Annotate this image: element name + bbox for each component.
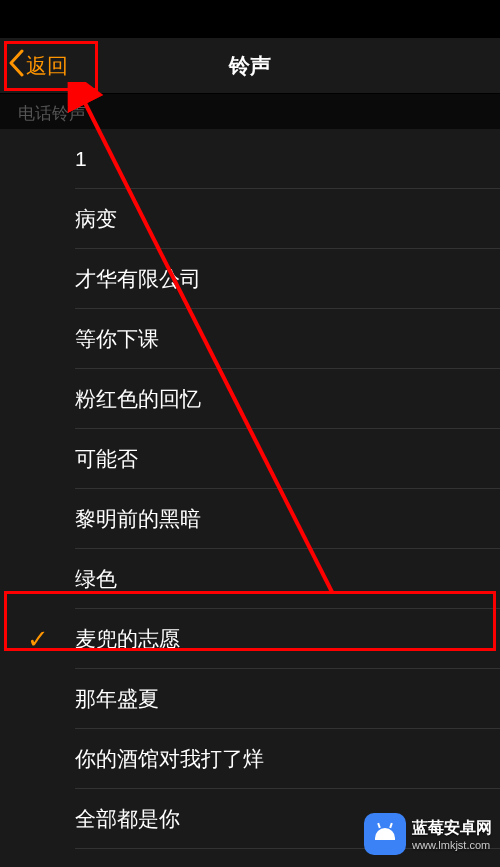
ringtone-label: 麦兜的志愿 xyxy=(75,625,180,653)
watermark-text: 蓝莓安卓网 xyxy=(412,818,492,839)
ringtone-label: 黎明前的黑暗 xyxy=(75,505,201,533)
row-content: 你的酒馆对我打了烊 xyxy=(75,729,500,789)
chevron-left-icon xyxy=(8,49,24,82)
watermark: 蓝莓安卓网 www.lmkjst.com xyxy=(364,813,492,855)
section-header: 电话铃声 xyxy=(0,94,500,129)
ringtone-label: 那年盛夏 xyxy=(75,685,159,713)
ringtone-row[interactable]: 才华有限公司 xyxy=(0,249,500,309)
checkmark-icon: ✓ xyxy=(27,624,49,655)
row-content: 等你下课 xyxy=(75,309,500,369)
ringtone-label: 粉红色的回忆 xyxy=(75,385,201,413)
row-content: 病变 xyxy=(75,189,500,249)
ringtone-list: 1病变才华有限公司等你下课粉红色的回忆可能否黎明前的黑暗绿色✓麦兜的志愿那年盛夏… xyxy=(0,129,500,867)
ringtone-label: 你的酒馆对我打了烊 xyxy=(75,745,264,773)
ringtone-row[interactable]: 1 xyxy=(0,129,500,189)
ringtone-row[interactable]: 绿色 xyxy=(0,549,500,609)
row-content: 才华有限公司 xyxy=(75,249,500,309)
ringtone-row[interactable]: 黎明前的黑暗 xyxy=(0,489,500,549)
row-content: 绿色 xyxy=(75,549,500,609)
row-content: 粉红色的回忆 xyxy=(75,369,500,429)
watermark-url: www.lmkjst.com xyxy=(412,839,492,851)
page-title: 铃声 xyxy=(229,52,271,80)
row-content: 麦兜的志愿 xyxy=(75,609,500,669)
row-content: 那年盛夏 xyxy=(75,669,500,729)
row-content: 黎明前的黑暗 xyxy=(75,489,500,549)
ringtone-label: 可能否 xyxy=(75,445,138,473)
row-content: 可能否 xyxy=(75,429,500,489)
back-label: 返回 xyxy=(26,52,68,80)
ringtone-label: 等你下课 xyxy=(75,325,159,353)
ringtone-row[interactable]: ✓麦兜的志愿 xyxy=(0,609,500,669)
row-content: 1 xyxy=(75,129,500,189)
ringtone-row[interactable]: 病变 xyxy=(0,189,500,249)
status-bar-spacer xyxy=(0,0,500,38)
ringtone-label: 绿色 xyxy=(75,565,117,593)
ringtone-row[interactable]: 等你下课 xyxy=(0,309,500,369)
watermark-logo-icon xyxy=(364,813,406,855)
ringtone-row[interactable]: 可能否 xyxy=(0,429,500,489)
ringtone-label: 才华有限公司 xyxy=(75,265,201,293)
ringtone-label: 全部都是你 xyxy=(75,805,180,833)
check-slot: ✓ xyxy=(0,624,75,655)
navigation-bar: 返回 铃声 xyxy=(0,38,500,94)
ringtone-row[interactable]: 你的酒馆对我打了烊 xyxy=(0,729,500,789)
ringtone-row[interactable]: 粉红色的回忆 xyxy=(0,369,500,429)
ringtone-label: 病变 xyxy=(75,205,117,233)
ringtone-label: 1 xyxy=(75,147,87,171)
ringtone-row[interactable]: 那年盛夏 xyxy=(0,669,500,729)
back-button[interactable]: 返回 xyxy=(0,38,78,93)
